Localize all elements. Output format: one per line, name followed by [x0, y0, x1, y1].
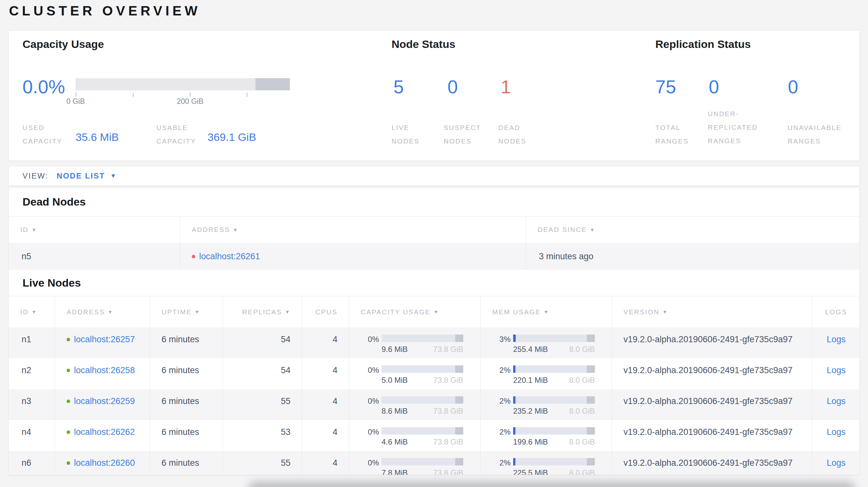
mem-usage-bar: [513, 458, 595, 465]
logs-link[interactable]: Logs: [827, 427, 846, 437]
column-header-cpus: CPUS: [302, 296, 349, 327]
capacity-usage-percent: 0%: [349, 334, 379, 358]
live-node-row: n1localhost:262576 minutes5440%9.6 MiB73…: [9, 327, 859, 358]
column-header-capacity-usage[interactable]: CAPACITY USAGE▼: [349, 296, 480, 327]
summary-panel: Capacity Usage Node Status Replication S…: [8, 31, 860, 161]
column-header-label: ADDRESS: [67, 308, 105, 316]
address-link[interactable]: localhost:26261: [199, 252, 260, 261]
column-header-label: DEAD SINCE: [537, 226, 587, 233]
view-selector-dropdown[interactable]: NODE LIST ▼: [57, 171, 117, 181]
logs-cell: Logs: [812, 420, 860, 451]
column-header-logs: LOGS: [812, 296, 860, 327]
capacity-usage-bar-endcap: [455, 365, 463, 373]
axis-tick-label: 200 GiB: [167, 97, 213, 106]
capacity-usage: 0%9.6 MiB73.8 GiB: [349, 327, 480, 358]
logs-link[interactable]: Logs: [827, 365, 846, 375]
mem-usage-bar-endcap: [587, 458, 595, 465]
axis-tick-label: 0 GiB: [53, 97, 98, 106]
mem-usage-bar-fill: [513, 334, 516, 342]
logs-link[interactable]: Logs: [827, 396, 846, 406]
capacity-usage-total-value: 73.8 GiB: [433, 376, 463, 385]
mem-usage-used-value: 235.2 MiB: [513, 407, 548, 416]
column-header-address[interactable]: ADDRESS▼: [55, 296, 150, 327]
mem-usage-used-value: 225.5 MiB: [513, 468, 548, 475]
mem-usage-bar-endcap: [587, 365, 595, 373]
nodes-panel: Dead Nodes ID▼ADDRESS▼DEAD SINCE▼ n5loca…: [8, 187, 860, 475]
node-id-cell: n3: [9, 389, 55, 420]
mem-usage-total-value: 8.0 GiB: [569, 345, 595, 354]
column-header-label: CAPACITY USAGE: [361, 308, 430, 316]
live-nodes-table-body: n1localhost:262576 minutes5440%9.6 MiB73…: [9, 327, 859, 475]
capacity-usage: 0%7.8 MiB73.8 GiB: [349, 451, 480, 475]
logs-link[interactable]: Logs: [827, 334, 846, 344]
column-header-label: REPLICAS: [242, 308, 282, 316]
replicas-cell: 54: [223, 358, 302, 389]
replicas-cell: 53: [223, 420, 302, 451]
live-status-dot: [67, 399, 70, 403]
usable-capacity-label: USABLE CAPACITY: [156, 121, 211, 148]
version-cell: v19.2.0-alpha.20190606-2491-gfe735c9a97: [612, 451, 812, 475]
column-header-id[interactable]: ID▼: [9, 217, 180, 243]
mem-usage-percent: 2%: [480, 396, 510, 420]
column-header-mem-usage[interactable]: MEM USAGE▼: [480, 296, 612, 327]
address-link[interactable]: localhost:26257: [74, 334, 135, 345]
address-link[interactable]: localhost:26262: [74, 427, 135, 437]
mem-usage-total-value: 8.0 GiB: [569, 468, 595, 475]
address-cell: localhost:26262: [55, 420, 150, 451]
live-node-row: n4localhost:262626 minutes5340%4.6 MiB73…: [9, 420, 859, 451]
node-id-cell: n6: [9, 451, 55, 475]
replicas-cell: 54: [223, 327, 302, 358]
capacity-usage-bar-endcap: [455, 396, 463, 404]
column-header-address[interactable]: ADDRESS▼: [180, 217, 526, 243]
address-link[interactable]: localhost:26259: [74, 396, 135, 406]
address-link[interactable]: localhost:26258: [74, 365, 135, 376]
unavailable-ranges-count: 0: [788, 76, 798, 97]
axis-tick: [75, 93, 76, 97]
live-nodes-table-header: ID▼ADDRESS▼UPTIME▼REPLICAS▼CPUSCAPACITY …: [9, 296, 859, 327]
capacity-usage-bar: [381, 427, 463, 434]
column-header-version[interactable]: VERSION▼: [612, 296, 812, 327]
capacity-usage-heading: Capacity Usage: [23, 38, 104, 51]
capacity-bar-endcap: [255, 78, 290, 90]
mem-usage-bar-fill: [513, 365, 516, 373]
capacity-usage-percent: 0%: [349, 427, 379, 451]
view-bar: VIEW: NODE LIST ▼: [8, 166, 860, 186]
column-header-replicas[interactable]: REPLICAS▼: [223, 296, 302, 327]
capacity-usage-bar: [381, 396, 463, 404]
uptime-cell: 6 minutes: [150, 389, 223, 420]
mem-usage-total-value: 8.0 GiB: [569, 437, 595, 447]
column-header-uptime[interactable]: UPTIME▼: [150, 296, 223, 327]
logs-link[interactable]: Logs: [827, 458, 846, 468]
logs-cell: Logs: [812, 358, 860, 389]
address-link[interactable]: localhost:26260: [74, 458, 135, 468]
node-id-cell: n1: [9, 327, 55, 358]
used-capacity-value: 35.6 MiB: [75, 131, 119, 143]
live-node-row: n3localhost:262596 minutes5540%8.6 MiB73…: [9, 389, 859, 420]
cpus-cell: 4: [302, 451, 349, 475]
column-header-label: ID: [20, 308, 29, 316]
column-header-dead-since[interactable]: DEAD SINCE▼: [526, 217, 860, 243]
column-header-label: ID: [20, 226, 29, 233]
node-status-heading: Node Status: [392, 38, 455, 51]
live-node-row: n2localhost:262586 minutes5440%5.0 MiB73…: [9, 358, 859, 389]
capacity-usage-total-value: 73.8 GiB: [433, 407, 463, 416]
suspect-nodes-label: SUSPECT NODES: [444, 121, 492, 148]
logs-cell: Logs: [812, 327, 860, 358]
address-cell: localhost:26257: [55, 327, 150, 358]
mem-usage-percent: 2%: [480, 427, 510, 451]
version-cell: v19.2.0-alpha.20190606-2491-gfe735c9a97: [612, 420, 812, 451]
capacity-percent: 0.0%: [23, 76, 65, 97]
replicas-cell: 55: [223, 451, 302, 475]
mem-usage-used-value: 220.1 MiB: [513, 376, 548, 385]
mem-usage-percent: 3%: [480, 334, 510, 358]
mem-usage-percent: 2%: [480, 458, 510, 475]
column-header-id[interactable]: ID▼: [9, 296, 55, 327]
mem-usage-bar-fill: [513, 427, 516, 434]
axis-tick: [190, 93, 190, 97]
capacity-usage-used-value: 9.6 MiB: [381, 345, 408, 354]
dead-nodes-table-body: n5localhost:262613 minutes ago: [9, 243, 859, 270]
capacity-usage-total-value: 73.8 GiB: [433, 468, 463, 475]
sort-descending-icon: ▼: [32, 227, 37, 233]
mem-usage-bar-endcap: [587, 334, 595, 342]
mem-usage: 3%255.4 MiB8.0 GiB: [480, 327, 612, 358]
